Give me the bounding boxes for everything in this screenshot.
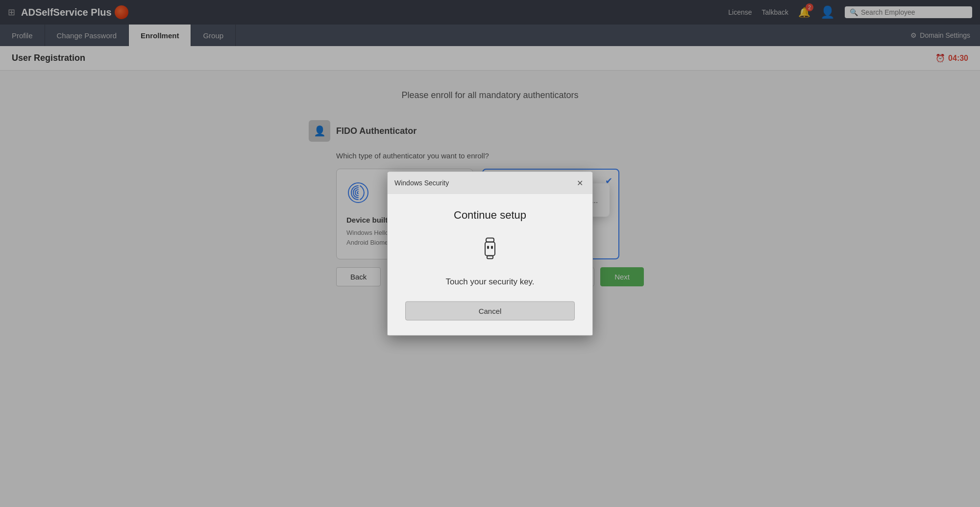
svg-rect-5 xyxy=(486,238,494,242)
dialog-close-button[interactable]: ✕ xyxy=(574,177,586,189)
dialog-instruction: Touch your security key. xyxy=(405,277,575,287)
dialog-heading: Continue setup xyxy=(405,209,575,222)
dialog-title: Windows Security xyxy=(394,179,449,187)
dialog-cancel-button[interactable]: Cancel xyxy=(405,302,575,321)
svg-rect-9 xyxy=(487,256,493,259)
svg-rect-7 xyxy=(487,246,489,249)
svg-rect-8 xyxy=(491,246,493,249)
dialog-body: Continue setup Touch your security key. … xyxy=(388,194,592,335)
dialog-title-bar: Windows Security ✕ xyxy=(388,172,592,194)
usb-key-icon xyxy=(405,236,575,267)
windows-security-dialog: Windows Security ✕ Continue setup Touch … xyxy=(387,172,593,336)
svg-rect-6 xyxy=(485,242,495,256)
